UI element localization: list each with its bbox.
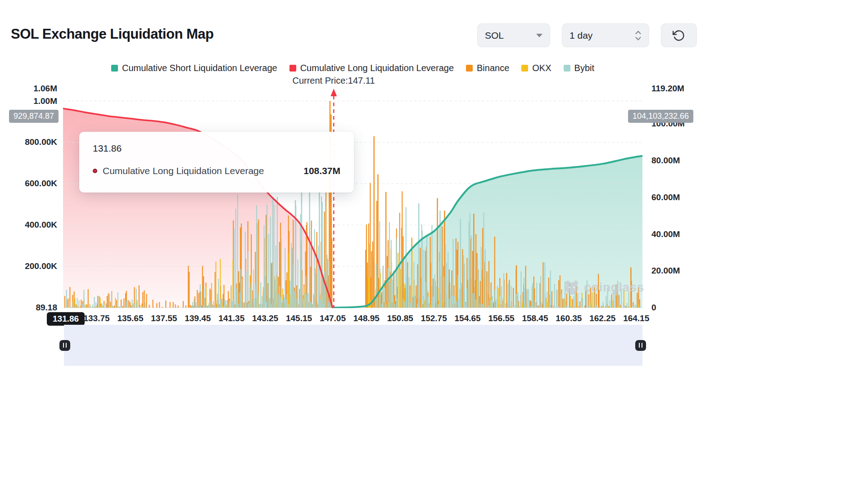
axis-tick-label: 80.00M: [651, 156, 705, 166]
legend-swatch-icon: [111, 65, 118, 72]
crosshair-left-axis-badge: 929,874.87: [9, 110, 59, 123]
tooltip-series-row: Cumulative Long Liquidation Leverage 108…: [93, 166, 340, 176]
axis-tick-label: 1.00M: [0, 96, 57, 106]
watermark-text: coinglass: [584, 280, 644, 295]
chevron-down-icon: [536, 34, 542, 37]
legend-swatch-icon: [466, 65, 473, 72]
symbol-select-value: SOL: [485, 30, 504, 41]
legend-label: Cumulative Short Liquidation Leverage: [122, 63, 277, 73]
legend-swatch-icon: [289, 65, 296, 72]
legend-label: Binance: [477, 63, 509, 73]
navigator-right-handle[interactable]: [635, 340, 646, 351]
axis-tick-label: 119.20M: [651, 84, 705, 94]
watermark: coinglass: [564, 280, 644, 295]
axis-tick-label: 200.00K: [0, 261, 57, 271]
legend-item-3[interactable]: OKX: [521, 63, 551, 73]
current-price-label: Current Price:147.11: [292, 76, 375, 86]
axis-tick-label: 20.00M: [651, 266, 705, 276]
axis-tick-label: 400.00K: [0, 220, 57, 230]
legend-item-2[interactable]: Binance: [466, 63, 509, 73]
axis-tick-label: 1.06M: [0, 84, 57, 94]
axis-tick-label: 89.18: [0, 303, 57, 313]
legend-item-4[interactable]: Bybit: [564, 63, 594, 73]
stepper-arrows-icon: [635, 30, 642, 41]
legend-swatch-icon: [521, 65, 528, 72]
legend-item-1[interactable]: Cumulative Long Liquidation Leverage: [289, 63, 454, 73]
axis-tick-label: 600.00K: [0, 179, 57, 188]
current-price-arrow-icon: [330, 89, 337, 96]
series-marker-icon: [93, 169, 97, 173]
legend-label: Bybit: [574, 63, 594, 73]
axis-tick-label: 60.00M: [651, 193, 705, 202]
liquidation-map-page: SOL Exchange Liquidation Map SOL 1 day C…: [0, 0, 868, 484]
crosshair-x-axis-badge: 131.86: [47, 312, 85, 326]
tooltip-series-value: 108.37M: [303, 166, 340, 176]
legend-label: Cumulative Long Liquidation Leverage: [300, 63, 454, 73]
coinglass-mole-icon: [564, 280, 580, 295]
axis-tick-label: 164.15: [616, 314, 656, 323]
legend-label: OKX: [532, 63, 551, 73]
axis-tick-label: 800.00K: [0, 137, 57, 147]
chart-legend: Cumulative Short Liquidation LeverageCum…: [63, 63, 642, 73]
crosshair-right-axis-badge: 104,103,232.66: [628, 110, 693, 123]
tooltip-series-name: Cumulative Long Liquidation Leverage: [103, 166, 264, 176]
symbol-select[interactable]: SOL: [477, 23, 550, 47]
axis-tick-label: 0: [651, 303, 705, 313]
legend-item-0[interactable]: Cumulative Short Liquidation Leverage: [111, 63, 277, 73]
refresh-button[interactable]: [661, 23, 697, 47]
chart-tooltip: 131.86 Cumulative Long Liquidation Lever…: [79, 132, 354, 193]
interval-select-value: 1 day: [570, 30, 592, 41]
navigator-left-handle[interactable]: [59, 340, 70, 351]
chart-canvas[interactable]: [63, 89, 642, 308]
page-title: SOL Exchange Liquidation Map: [11, 26, 213, 42]
legend-swatch-icon: [564, 65, 570, 72]
axis-tick-label: 40.00M: [651, 229, 705, 239]
interval-select[interactable]: 1 day: [562, 23, 649, 47]
range-navigator[interactable]: [64, 325, 642, 366]
tooltip-x-value: 131.86: [93, 143, 340, 154]
refresh-icon: [673, 29, 685, 42]
